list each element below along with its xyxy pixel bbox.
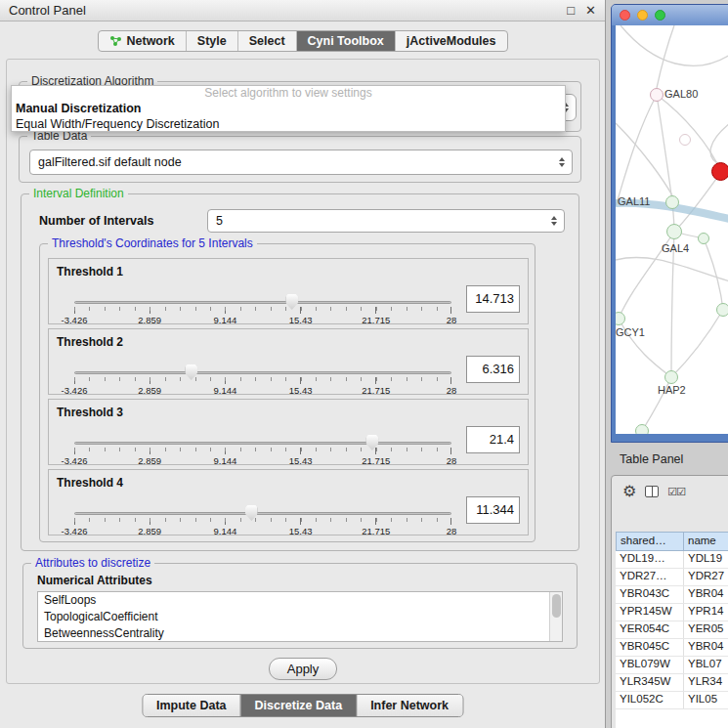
- table-row[interactable]: YBL079WYBL07: [616, 657, 728, 674]
- scrollbar-thumb[interactable]: [552, 594, 561, 618]
- bottom-tab-bar: Impute Data Discretize Data Infer Networ…: [142, 694, 463, 717]
- top-tab-bar: Network Style Select Cyni Toolbox jActiv…: [0, 30, 605, 52]
- threshold-3-label: Threshold 3: [57, 406, 123, 419]
- table-data-select[interactable]: galFiltered.sif default node: [29, 150, 573, 175]
- table-row[interactable]: YBR045CYBR04: [616, 639, 728, 657]
- table-cell[interactable]: YDL19: [684, 551, 728, 568]
- table-cell[interactable]: YBR04: [684, 639, 728, 656]
- thresholds-group-title: Threshold's Coordinates for 5 Intervals: [48, 236, 257, 250]
- table-cell[interactable]: YDL19…: [616, 551, 684, 568]
- threshold-3-row: Threshold 3 -3.426 2.859 9.144 15.43 21.…: [48, 399, 529, 465]
- checkboxes-icon[interactable]: ☑☑: [667, 486, 685, 498]
- network-node[interactable]: [716, 303, 728, 317]
- table-cell[interactable]: YBL079W: [616, 657, 684, 673]
- interval-definition-group-title: Interval Definition: [29, 187, 128, 200]
- threshold-3-slider[interactable]: -3.426 2.859 9.144 15.43 21.715 28: [74, 435, 451, 464]
- table-panel-title: Table Panel: [611, 448, 728, 471]
- list-item[interactable]: TopologicalCoefficient: [38, 609, 562, 625]
- close-icon[interactable]: ✕: [585, 3, 596, 18]
- table-row[interactable]: YPR145WYPR14: [616, 604, 728, 621]
- network-node-label: GAL4: [662, 242, 689, 254]
- threshold-3-value-field[interactable]: 21.4: [466, 426, 520, 453]
- threshold-2-value-field[interactable]: 6.316: [466, 356, 520, 383]
- zoom-traffic-light-icon[interactable]: [655, 10, 665, 21]
- network-node-label: GAL80: [664, 88, 698, 100]
- scale-label: -3.426: [62, 526, 88, 536]
- network-node-highlighted[interactable]: [711, 162, 728, 181]
- table-cell[interactable]: YBR045C: [616, 639, 684, 656]
- popup-option-manual-discretization[interactable]: Manual Discretization: [12, 101, 565, 116]
- table-cell[interactable]: YDR27…: [616, 569, 684, 585]
- table-row[interactable]: YLR345WYLR34: [616, 674, 728, 692]
- tab-jactivemodules[interactable]: jActiveModules: [396, 31, 507, 51]
- table-cell[interactable]: YIL05: [684, 692, 728, 708]
- number-of-intervals-select[interactable]: 5: [207, 209, 565, 233]
- network-node[interactable]: [698, 233, 709, 244]
- table-row[interactable]: YDR27…YDR27: [616, 569, 728, 586]
- gear-icon[interactable]: ⚙: [622, 484, 636, 499]
- tab-cyni-toolbox[interactable]: Cyni Toolbox: [297, 31, 396, 51]
- table-row[interactable]: YDL19…YDL19: [616, 551, 728, 569]
- table-cell[interactable]: YDR27: [684, 569, 728, 585]
- table-cell[interactable]: YBR043C: [616, 586, 684, 603]
- slider-minor-ticks: [74, 307, 451, 311]
- network-node[interactable]: [666, 224, 682, 239]
- network-node[interactable]: [679, 134, 691, 146]
- threshold-4-slider[interactable]: -3.426 2.859 9.144 15.43 21.715 28: [74, 505, 451, 535]
- threshold-4-value-field[interactable]: 11.344: [466, 496, 520, 524]
- list-scrollbar[interactable]: [549, 592, 562, 641]
- tab-discretize-data[interactable]: Discretize Data: [241, 695, 358, 716]
- slider-track[interactable]: [74, 512, 451, 515]
- apply-button[interactable]: Apply: [269, 658, 337, 680]
- network-canvas[interactable]: GAL80 GAL11 GAL4 GCY1 HAP2: [616, 25, 728, 434]
- scale-label: 9.144: [214, 455, 237, 466]
- threshold-2-slider[interactable]: -3.426 2.859 9.144 15.43 21.715 28: [74, 364, 451, 394]
- table-cell[interactable]: YBR04: [684, 586, 728, 603]
- network-node[interactable]: [635, 424, 649, 434]
- number-of-intervals-value: 5: [208, 214, 546, 228]
- numerical-attributes-list[interactable]: SelfLoops TopologicalCoefficient Between…: [37, 591, 563, 642]
- network-node[interactable]: [650, 88, 664, 102]
- close-traffic-light-icon[interactable]: [620, 10, 630, 21]
- slider-track[interactable]: [74, 442, 451, 445]
- table-row[interactable]: YBR043CYBR04: [616, 586, 728, 604]
- table-cell[interactable]: YLR345W: [616, 674, 684, 691]
- table-cell[interactable]: YLR34: [684, 674, 728, 691]
- scale-label: 15.43: [289, 526, 313, 536]
- table-cell[interactable]: YPR145W: [616, 604, 684, 621]
- slider-minor-ticks: [74, 448, 451, 451]
- columns-icon[interactable]: [645, 486, 659, 497]
- popup-option-equal-width-frequency[interactable]: Equal Width/Frequency Discretization: [12, 116, 565, 132]
- network-node[interactable]: [665, 195, 679, 209]
- tab-select[interactable]: Select: [238, 31, 297, 51]
- tab-network[interactable]: Network: [99, 31, 187, 51]
- threshold-1-value-field[interactable]: 14.713: [466, 285, 520, 313]
- network-window-titlebar[interactable]: [612, 5, 728, 25]
- scale-label: 21.715: [362, 526, 390, 536]
- network-node[interactable]: [664, 370, 678, 384]
- table-data-group: Table Data galFiltered.sif default node: [19, 136, 581, 183]
- table-cell[interactable]: YPR14: [684, 604, 728, 621]
- minimize-icon[interactable]: □: [567, 3, 575, 18]
- list-item[interactable]: BetweennessCentrality: [38, 625, 562, 642]
- slider-track[interactable]: [74, 371, 451, 374]
- tab-style-label: Style: [197, 34, 227, 48]
- number-of-intervals-row: Number of Intervals 5: [39, 208, 565, 234]
- slider-track[interactable]: [74, 301, 451, 304]
- table-cell[interactable]: YER054C: [616, 621, 684, 638]
- threshold-1-slider[interactable]: -3.426 2.859 9.144 15.43 21.715 28: [74, 294, 451, 323]
- table-cell[interactable]: YIL052C: [616, 692, 684, 708]
- list-item[interactable]: SelfLoops: [38, 592, 562, 609]
- tab-impute-data[interactable]: Impute Data: [143, 695, 241, 716]
- tab-style[interactable]: Style: [187, 31, 238, 51]
- table-cell[interactable]: YER05: [684, 621, 728, 638]
- table-row[interactable]: YIL052CYIL05: [616, 692, 728, 709]
- table-panel-window: ⚙ ☑☑ shared… name YDL19…YDL19 YDR27…YDR2…: [611, 475, 728, 728]
- minimize-traffic-light-icon[interactable]: [637, 10, 648, 21]
- table-cell[interactable]: YBL07: [684, 657, 728, 673]
- table-row[interactable]: YER054CYER05: [616, 621, 728, 639]
- tab-infer-network[interactable]: Infer Network: [357, 695, 462, 716]
- column-header-shared-name[interactable]: shared…: [616, 532, 684, 551]
- column-header-name[interactable]: name: [684, 532, 728, 551]
- scale-label: 2.859: [138, 315, 161, 325]
